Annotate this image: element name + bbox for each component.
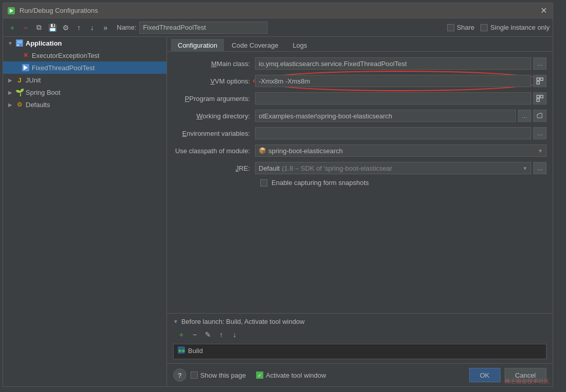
working-dir-row: Working directory: … xyxy=(173,109,547,122)
main-content: ▼ Application ✕ ExecutorExceptionTest xyxy=(3,37,553,386)
main-class-browse-button[interactable]: … xyxy=(533,57,547,70)
sidebar-item-fixed-thread-test[interactable]: FixedThreadPoolTest xyxy=(3,61,166,74)
save-config-button[interactable]: 💾 xyxy=(46,22,58,34)
classpath-field: 📦 spring-boot-elasticsearch ▼ xyxy=(255,145,547,157)
run-debug-dialog: Run/Debug Configurations ✕ + − ⧉ 💾 ⚙ ↑ ↓… xyxy=(3,3,553,387)
classpath-label: Use classpath of module: xyxy=(173,147,255,155)
show-page-checkbox-label[interactable]: Show this page xyxy=(191,372,246,379)
tab-configuration[interactable]: Configuration xyxy=(171,39,224,52)
svg-rect-12 xyxy=(537,99,539,101)
working-dir-browse-button[interactable]: … xyxy=(518,110,531,122)
jre-label: JRE: xyxy=(173,164,255,172)
tree-arrow-junit: ▶ xyxy=(7,77,13,83)
before-launch-list: ▶▶ Build xyxy=(173,344,547,359)
working-dir-field: … xyxy=(255,110,547,122)
env-vars-label: Environment variables: xyxy=(173,130,255,137)
before-launch-section: ▼ Before launch: Build, Activate tool wi… xyxy=(167,313,553,363)
program-args-expand-button[interactable] xyxy=(533,92,547,105)
defaults-icon: ⚙ xyxy=(15,100,24,109)
working-dir-label: Working directory: xyxy=(173,112,255,120)
config-name-input[interactable] xyxy=(139,22,267,34)
program-args-row: PProgram arguments: xyxy=(173,92,547,105)
executor-test-icon: ✕ xyxy=(22,51,30,59)
before-launch-edit-button[interactable]: ✎ xyxy=(202,328,214,341)
working-dir-folder-button[interactable] xyxy=(533,110,547,122)
env-vars-input[interactable] xyxy=(255,127,531,139)
tree-arrow-defaults: ▶ xyxy=(7,101,13,108)
jre-row: JRE: Default (1.8 – SDK of 'spring-boot-… xyxy=(173,161,547,175)
env-vars-row: Environment variables: … xyxy=(173,127,547,140)
remove-config-button[interactable]: − xyxy=(19,22,32,34)
tree-arrow-spring-boot: ▶ xyxy=(7,89,13,95)
ok-button[interactable]: OK xyxy=(469,368,500,382)
jre-browse-button[interactable]: … xyxy=(533,162,547,174)
before-launch-add-button[interactable]: + xyxy=(175,328,187,341)
spring-boot-label: Spring Boot xyxy=(26,89,60,96)
tab-logs[interactable]: Logs xyxy=(286,39,313,51)
module-name: spring-boot-elasticsearch xyxy=(268,147,343,155)
move-up-button[interactable]: ↑ xyxy=(73,22,85,34)
build-icon: ▶▶ xyxy=(178,346,185,355)
settings-button[interactable]: ⚙ xyxy=(59,22,72,34)
main-class-label: MMain class: xyxy=(173,60,255,68)
share-checkbox-label[interactable]: Share xyxy=(447,24,475,31)
svg-rect-3 xyxy=(17,40,22,44)
more-button[interactable]: » xyxy=(99,22,112,34)
activate-window-checkbox[interactable]: ✓ xyxy=(256,372,263,379)
executor-test-label: ExecutorExceptionTest xyxy=(32,52,99,59)
before-launch-collapse-arrow[interactable]: ▼ xyxy=(173,319,178,324)
vm-options-expand-button[interactable] xyxy=(533,75,547,87)
single-instance-checkbox-label[interactable]: Single instance only xyxy=(480,24,550,31)
before-launch-down-button[interactable]: ↓ xyxy=(228,328,241,341)
jre-default-text: Default xyxy=(259,164,280,172)
single-instance-label: Single instance only xyxy=(490,24,550,31)
defaults-label: Defaults xyxy=(26,101,50,109)
snapshots-label: Enable capturing form snapshots xyxy=(271,179,369,187)
before-launch-remove-button[interactable]: − xyxy=(188,328,201,341)
name-section: Name: xyxy=(117,22,267,34)
dialog-buttons: OK Cancel xyxy=(469,368,547,382)
svg-rect-10 xyxy=(537,95,539,98)
single-instance-checkbox[interactable] xyxy=(480,24,488,31)
junit-label: JUnit xyxy=(26,76,41,84)
vm-options-input[interactable] xyxy=(255,75,531,87)
close-button[interactable]: ✕ xyxy=(538,6,549,16)
help-button[interactable]: ? xyxy=(173,368,186,382)
junit-icon: J xyxy=(15,76,24,84)
build-label: Build xyxy=(188,347,203,355)
copy-config-button[interactable]: ⧉ xyxy=(33,22,45,34)
sidebar-item-defaults[interactable]: ▶ ⚙ Defaults xyxy=(3,98,166,111)
activate-window-label: Activate tool window xyxy=(266,372,326,379)
show-page-checkbox[interactable] xyxy=(191,372,198,379)
build-list-item: ▶▶ Build xyxy=(178,346,542,355)
env-vars-browse-button[interactable]: … xyxy=(533,127,547,139)
program-args-input[interactable] xyxy=(255,92,531,105)
share-checkbox[interactable] xyxy=(447,24,454,31)
share-section: Share Single instance only xyxy=(447,24,550,31)
configuration-form: MMain class: … VVM options: xyxy=(167,52,553,313)
snapshots-checkbox[interactable] xyxy=(260,179,267,187)
svg-rect-8 xyxy=(540,78,543,80)
activate-window-checkbox-label[interactable]: ✓ Activate tool window xyxy=(256,372,326,379)
vm-options-label: VVM options: xyxy=(173,77,255,85)
env-vars-field: … xyxy=(255,127,547,139)
working-dir-input[interactable] xyxy=(255,110,516,122)
add-config-button[interactable]: + xyxy=(6,22,18,34)
sidebar-item-spring-boot[interactable]: ▶ 🌱 Spring Boot xyxy=(3,86,166,98)
before-launch-header: ▼ Before launch: Build, Activate tool wi… xyxy=(173,318,547,325)
jre-dropdown-arrow: ▼ xyxy=(522,166,528,171)
sidebar-item-executor-test[interactable]: ✕ ExecutorExceptionTest xyxy=(3,49,166,61)
tab-code-coverage[interactable]: Code Coverage xyxy=(225,39,285,51)
classpath-select[interactable]: 📦 spring-boot-elasticsearch ▼ xyxy=(255,145,547,157)
cancel-button[interactable]: Cancel xyxy=(505,368,547,382)
jre-select[interactable]: Default (1.8 – SDK of 'spring-boot-elast… xyxy=(255,162,531,174)
sidebar-item-application[interactable]: ▼ Application xyxy=(3,37,166,49)
before-launch-up-button[interactable]: ↑ xyxy=(215,328,227,341)
main-class-input[interactable] xyxy=(255,57,531,70)
dialog-title: Run/Debug Configurations xyxy=(19,7,538,14)
module-icon: 📦 xyxy=(259,147,266,154)
name-label: Name: xyxy=(117,24,136,31)
move-down-button[interactable]: ↓ xyxy=(86,22,98,34)
classpath-row: Use classpath of module: 📦 spring-boot-e… xyxy=(173,144,547,157)
sidebar-item-junit[interactable]: ▶ J JUnit xyxy=(3,74,166,86)
